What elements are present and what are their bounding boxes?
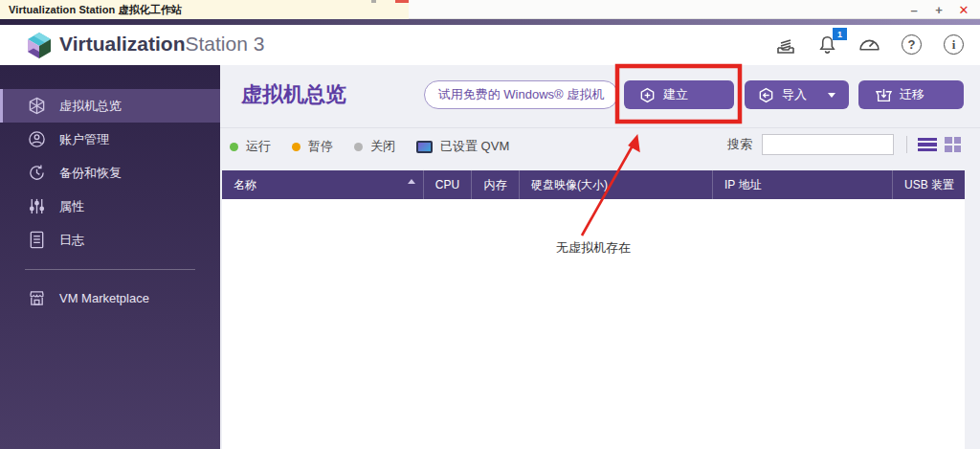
create-vm-button[interactable]: 建立 [624,80,734,109]
screen-edge-artifact [371,0,376,3]
vm-table-body: 无虚拟机存在 [222,199,965,449]
sidebar-item-label: 账户管理 [59,131,109,148]
search-area: 搜索 [727,134,961,155]
list-view-icon[interactable] [918,137,937,152]
marketplace-icon [28,289,46,307]
view-toggle-divider [906,136,907,153]
import-icon [758,87,774,103]
column-header-cpu[interactable]: CPU [424,170,472,199]
sidebar-item-vm-overview[interactable]: 虚拟机总览 [0,89,220,123]
grid-view-icon[interactable] [945,137,961,152]
vm-table-header: 名称 CPU 内存 硬盘映像(大小) IP 地址 USB 装置 [222,170,965,199]
backup-restore-icon [28,164,46,182]
background-tasks-icon[interactable] [772,32,798,57]
sidebar-item-logs[interactable]: 日志 [0,223,220,257]
column-header-name[interactable]: 名称 [222,170,424,199]
search-input[interactable] [762,134,894,155]
app-header: VirtualizationStation 3 1 ? i [0,25,980,65]
window-title: Virtualization Station 虚拟化工作站 [9,3,182,17]
account-icon [28,130,46,148]
logs-icon [28,231,46,249]
close-button[interactable]: ✕ [951,3,976,17]
status-legend: 运行 暂停 关闭 已设置 QVM [230,136,530,157]
sidebar-item-accounts[interactable]: 账户管理 [0,123,220,156]
search-label: 搜索 [727,136,752,153]
legend-running: 运行 [230,138,271,155]
sidebar-item-label: 虚拟机总览 [59,98,122,115]
sidebar-divider [25,269,195,270]
window-titlebar: Virtualization Station 虚拟化工作站 – + ✕ [0,0,980,19]
sidebar: 虚拟机总览 账户管理 备份和恢复 属性 日志 VM Marketplace [0,65,220,449]
migrate-vm-button[interactable]: 迁移 [858,80,964,109]
paused-status-dot [292,143,301,151]
column-header-usb[interactable]: USB 装置 [893,170,965,199]
about-icon[interactable]: i [941,32,967,57]
sidebar-item-vm-marketplace[interactable]: VM Marketplace [0,281,220,315]
create-plus-icon [639,87,656,103]
sidebar-item-properties[interactable]: 属性 [0,190,220,223]
empty-state-text: 无虚拟机存在 [222,239,965,257]
legend-off: 关闭 [354,138,395,155]
app-title: VirtualizationStation 3 [59,33,264,56]
maximize-button[interactable]: + [926,3,951,17]
properties-icon [28,197,46,215]
sidebar-item-label: 属性 [59,198,84,215]
minimize-button[interactable]: – [902,3,926,17]
migrate-box-icon [876,87,892,103]
legend-qvm: 已设置 QVM [416,138,509,155]
sidebar-item-label: 日志 [59,232,84,249]
qvm-monitor-icon [416,141,433,153]
import-dropdown-caret-icon[interactable] [828,93,835,98]
trial-windows-vm-button[interactable]: 试用免费的 Windows® 虚拟机 [424,80,618,109]
off-status-dot [354,143,363,151]
sidebar-item-label: VM Marketplace [59,291,149,305]
main-content: 虚拟机总览 试用免费的 Windows® 虚拟机 建立 导入 迁移 运行 [220,65,980,449]
column-header-ip[interactable]: IP 地址 [713,170,893,199]
sort-ascending-icon [408,179,415,184]
resource-monitor-icon[interactable] [857,32,882,57]
toolbar-divider [220,127,980,128]
screen-edge-artifact-red [395,0,409,3]
vm-overview-icon [28,97,46,115]
import-vm-button[interactable]: 导入 [745,80,849,109]
notifications-bell-icon[interactable]: 1 [814,32,840,57]
legend-paused: 暂停 [292,138,333,155]
app-logo-icon [25,31,54,59]
help-icon[interactable]: ? [899,32,924,57]
running-status-dot [230,143,238,151]
column-header-disk-image[interactable]: 硬盘映像(大小) [520,170,713,199]
notification-count-badge: 1 [833,28,847,40]
column-header-memory[interactable]: 内存 [472,170,520,199]
window-tab[interactable]: Virtualization Station 虚拟化工作站 [0,0,409,19]
sidebar-item-label: 备份和恢复 [59,165,122,182]
page-title: 虚拟机总览 [241,80,346,109]
sidebar-item-backup-restore[interactable]: 备份和恢复 [0,156,220,190]
